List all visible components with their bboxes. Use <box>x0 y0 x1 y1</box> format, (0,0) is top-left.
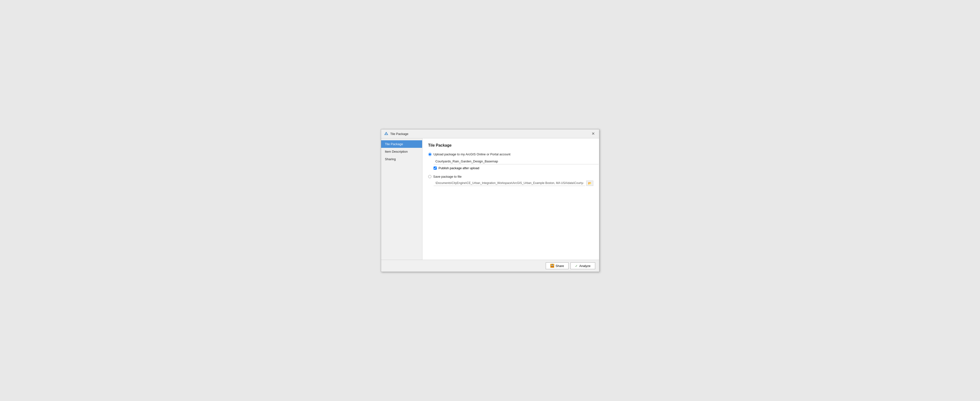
publish-checkbox-row: Publish package after upload <box>434 166 593 170</box>
save-option-row: Save package to file <box>428 175 593 178</box>
upload-option-row: Upload package to my ArcGIS Online or Po… <box>428 153 593 156</box>
file-path-row: 📂 <box>434 180 593 186</box>
analyze-label: Analyze <box>579 264 590 268</box>
analyze-button[interactable]: ✓ Analyze <box>571 263 595 269</box>
folder-icon: 📂 <box>588 181 592 185</box>
window-title: Tile Package <box>390 132 409 136</box>
sidebar: Tile Package Item Description Sharing <box>381 138 422 260</box>
share-icon <box>550 264 554 268</box>
share-button[interactable]: Share <box>546 263 569 269</box>
page-title: Tile Package <box>428 143 593 148</box>
close-button[interactable]: ✕ <box>590 131 596 136</box>
dialog-container: Tile Package ✕ Tile Package Item Descrip… <box>381 129 599 272</box>
dialog-body: Tile Package Item Description Sharing Ti… <box>381 138 599 260</box>
package-name-input[interactable] <box>434 159 599 164</box>
arcgis-icon <box>384 132 388 136</box>
save-radio[interactable] <box>428 175 431 178</box>
sidebar-item-tile-package[interactable]: Tile Package <box>381 140 422 148</box>
svg-point-2 <box>386 134 387 134</box>
publish-checkbox-label[interactable]: Publish package after upload <box>439 166 479 170</box>
file-path-input[interactable] <box>434 180 585 186</box>
upload-radio-label[interactable]: Upload package to my ArcGIS Online or Po… <box>434 153 511 156</box>
sidebar-item-item-description[interactable]: Item Description <box>381 148 422 155</box>
publish-checkbox[interactable] <box>434 167 437 170</box>
checkmark-icon: ✓ <box>575 264 578 268</box>
sidebar-item-sharing[interactable]: Sharing <box>381 155 422 163</box>
browse-button[interactable]: 📂 <box>586 181 593 186</box>
dialog-footer: Share ✓ Analyze <box>381 260 599 272</box>
share-label: Share <box>556 264 564 268</box>
title-bar: Tile Package ✕ <box>381 129 599 138</box>
save-radio-label[interactable]: Save package to file <box>433 175 462 178</box>
title-bar-left: Tile Package <box>384 132 409 136</box>
main-content: Tile Package Upload package to my ArcGIS… <box>422 138 599 260</box>
upload-radio[interactable] <box>428 153 432 156</box>
